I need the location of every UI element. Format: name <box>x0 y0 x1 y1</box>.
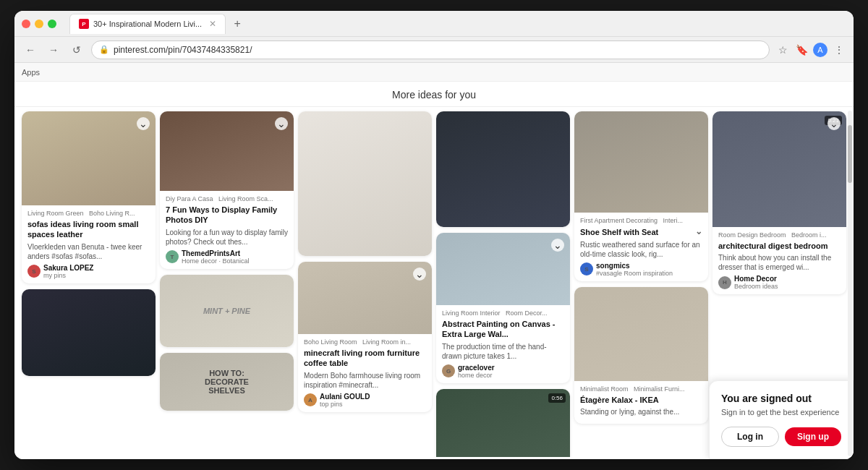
browser-titlebar: P 30+ Inspirational Modern Livi... ✕ + <box>14 11 854 37</box>
toolbar-icons: ☆ 🔖 A ⋮ <box>775 43 846 57</box>
pin-title: Shoe Shelf with Seat ⌄ <box>580 226 702 238</box>
pin-dropdown-icon[interactable]: ⌄ <box>137 117 150 130</box>
pin-desc: Think about how you can install the dres… <box>718 253 841 272</box>
pin-mint-pine[interactable]: MINT + PINE <box>160 275 294 347</box>
video-badge: 0:56 <box>548 393 566 403</box>
pin-tags: Room Design Bedroom Bedroom i... <box>718 231 841 239</box>
column-2: Diy Para A Casa Living Room Sca... 7 Fun… <box>160 111 294 457</box>
minimize-button[interactable] <box>35 20 43 28</box>
pin-avatar: S <box>27 265 41 278</box>
pin-shoe-shelf[interactable]: First Apartment Decorating Interi... Sho… <box>574 111 708 281</box>
tab-title: 30+ Inspirational Modern Livi... <box>93 20 202 28</box>
pin-author: Sakura LOPEZ <box>43 264 93 272</box>
lock-icon: 🔒 <box>99 45 109 54</box>
pin-footer: S Sakura LOPEZ my pins <box>27 264 150 279</box>
column-5: First Apartment Decorating Interi... Sho… <box>574 111 708 457</box>
pin-dropdown-icon[interactable]: ⌄ <box>413 268 426 281</box>
pin-tags: First Apartment Decorating Interi... <box>580 217 702 224</box>
pin-author: gracelover <box>458 364 495 372</box>
login-button[interactable]: Log in <box>721 427 779 447</box>
pin-sub: Home decor · Botanical <box>182 257 250 265</box>
pin-tags: Boho Living Room Living Room in... <box>304 338 426 346</box>
pin-author: songmics <box>596 262 673 270</box>
pin-dark-room[interactable] <box>22 289 156 376</box>
bookmark-icon[interactable]: 🔖 <box>794 43 809 57</box>
pin-desc: Vloerkleden van Benuta - twee keer ander… <box>27 242 150 261</box>
pin-minecraft-coffee[interactable]: Boho Living Room Living Room in... minec… <box>298 262 432 412</box>
header-title: More ideas for you <box>392 89 476 101</box>
browser-toolbar: ← → ↺ 🔒 pinterest.com/pin/7043748433582​… <box>14 37 854 63</box>
pin-tags: Diy Para A Casa Living Room Sca... <box>166 195 288 202</box>
pin-desc: Looking for a fun way to display family … <box>166 228 288 247</box>
tab-favicon: P <box>79 19 89 29</box>
pin-green-dining[interactable]: 0:56 <box>436 389 570 457</box>
pin-title: architectural digest bedroom <box>718 241 841 251</box>
pin-footer: H Home Decor Bedroom ideas <box>718 275 841 290</box>
page-header: More ideas for you <box>14 82 854 107</box>
refresh-button[interactable]: ↺ <box>68 41 85 59</box>
pin-desc: Standing or lying, against the... <box>580 407 702 416</box>
browser-window: P 30+ Inspirational Modern Livi... ✕ + ←… <box>14 11 854 459</box>
pin-avatar: H <box>718 276 731 289</box>
pin-desc: Rustic weathered sand surface for an old… <box>580 240 702 259</box>
pin-sub: top pins <box>320 401 370 408</box>
forward-button[interactable]: → <box>45 41 62 59</box>
pin-avatar: T <box>166 250 179 263</box>
pin-sub: Bedroom ideas <box>734 283 778 290</box>
pin-tags: Living Room Green Boho Living R... <box>27 210 150 217</box>
pin-author: ThemedPrintsArt <box>182 249 250 257</box>
pin-sub: home decor <box>458 372 495 379</box>
close-button[interactable] <box>22 20 30 28</box>
column-3: Boho Living Room Living Room in... minec… <box>298 111 432 457</box>
star-icon[interactable]: ☆ <box>775 43 790 57</box>
address-bar[interactable]: 🔒 pinterest.com/pin/7043748433582​1/ <box>91 40 770 59</box>
url-text: pinterest.com/pin/7043748433582​1/ <box>114 45 762 55</box>
column-1: Living Room Green Boho Living R... sofas… <box>22 111 156 457</box>
pin-sub: my pins <box>43 272 93 279</box>
browser-tab[interactable]: P 30+ Inspirational Modern Livi... ✕ <box>69 14 226 34</box>
pin-tags: Minimalist Room Minimalist Furni... <box>580 385 702 393</box>
popup-title: You are signed out <box>721 393 841 404</box>
tab-close-icon[interactable]: ✕ <box>209 19 216 29</box>
signup-button[interactable]: Sign up <box>785 427 841 446</box>
pin-desc: Modern Boho farmhouse living room inspir… <box>304 371 426 390</box>
pin-bedroom[interactable]: 0:21 Room Design Bedroom Bedroom i... ar… <box>712 111 846 294</box>
pin-avatar: G <box>442 364 455 377</box>
tab-bar: P 30+ Inspirational Modern Livi... ✕ + <box>69 14 846 34</box>
scrollbar-thumb[interactable] <box>848 125 852 183</box>
pin-sub: #vasagle Room inspiration <box>596 270 673 277</box>
pin-dropdown-icon[interactable]: ⌄ <box>551 239 564 252</box>
pin-dark-living[interactable] <box>436 111 570 227</box>
maximize-button[interactable] <box>48 20 56 28</box>
back-button[interactable]: ← <box>22 41 39 59</box>
popup-buttons: Log in Sign up <box>721 427 841 447</box>
new-tab-button[interactable]: + <box>229 15 246 33</box>
scrollbar[interactable] <box>848 111 852 456</box>
menu-icon[interactable]: ⋮ <box>832 43 846 57</box>
pin-desc: The production time of the hand-drawn pi… <box>442 342 564 361</box>
pin-ikea-kalax[interactable]: Minimalist Room Minimalist Furni... Étag… <box>574 287 708 424</box>
profile-icon[interactable]: A <box>813 43 827 57</box>
pin-dropdown-icon[interactable]: ⌄ <box>275 117 288 130</box>
pin-footer: T ThemedPrintsArt Home decor · Botanical <box>166 249 288 265</box>
popup-desc: Sign in to get the best experience <box>721 407 841 418</box>
pin-author: Home Decor <box>734 275 778 283</box>
pin-title: Étagère Kalax - IKEA <box>580 395 702 405</box>
pin-title: Abstract Painting on Canvas - Extra Larg… <box>442 319 564 340</box>
pin-avatar: S <box>580 262 593 275</box>
pin-white-sofa[interactable] <box>298 111 432 256</box>
column-4: Living Room Interior Room Decor... Abstr… <box>436 111 570 457</box>
pin-abstract-canvas[interactable]: Living Room Interior Room Decor... Abstr… <box>436 233 570 383</box>
pinterest-content: More ideas for you Living Room Green Boh… <box>14 82 854 459</box>
pin-living-room[interactable]: Living Room Green Boho Living R... sofas… <box>22 111 156 283</box>
bookmarks-bar: Apps <box>14 63 854 82</box>
pin-tags: Living Room Interior Room Decor... <box>442 309 564 317</box>
pin-footer: G gracelover home decor <box>442 364 564 379</box>
pin-decorate-shelves[interactable]: HOW TO:DECORATESHELVES <box>160 353 294 411</box>
pin-dropdown-icon[interactable]: ⌄ <box>827 117 841 130</box>
pin-avatar: A <box>304 393 317 406</box>
pin-photo-diy[interactable]: Diy Para A Casa Living Room Sca... 7 Fun… <box>160 111 294 269</box>
apps-label: Apps <box>22 68 40 77</box>
signed-out-popup: You are signed out Sign in to get the be… <box>709 380 854 459</box>
pin-footer: A Aulani GOULD top pins <box>304 393 426 408</box>
